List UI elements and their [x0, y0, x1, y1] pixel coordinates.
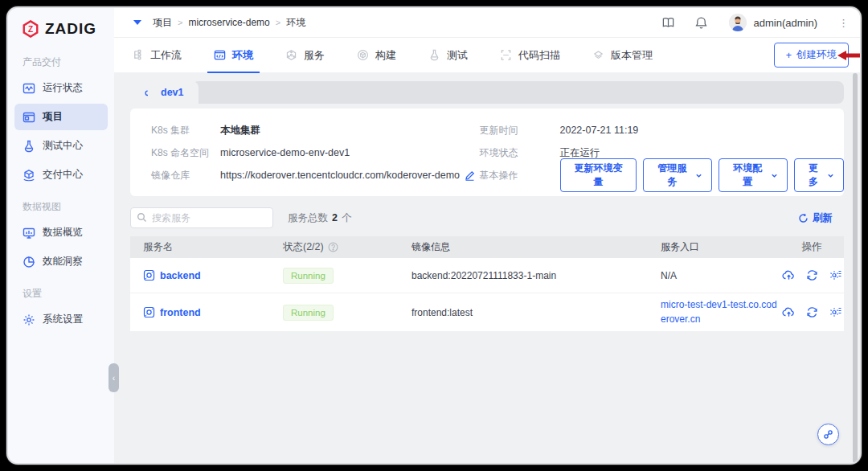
env-tabs-empty-strip: [192, 81, 845, 104]
sidebar-item-data-overview[interactable]: 数据概览: [14, 219, 108, 246]
sidebar-item-label: 运行状态: [43, 81, 83, 95]
vertical-scrollbar[interactable]: [853, 73, 858, 463]
image-info: frontend:latest: [411, 307, 661, 318]
avatar-image: [729, 14, 747, 31]
sidebar-item-system-settings[interactable]: 系统设置: [14, 306, 108, 333]
plus-icon: +: [786, 50, 792, 61]
sidebar: Z ZADIG 产品交付 运行状态 项目 测试中心: [8, 8, 114, 463]
tab-label: 构建: [375, 48, 396, 63]
sidebar-item-label: 项目: [43, 110, 63, 124]
service-count: 2: [332, 212, 338, 223]
status-badge: Running: [283, 305, 334, 321]
build-cube-icon: [357, 49, 369, 61]
brand-logo[interactable]: Z ZADIG: [8, 8, 114, 46]
service-link-backend[interactable]: backend: [143, 269, 283, 281]
run-status-icon: [23, 82, 35, 95]
share-link-floating-button[interactable]: [817, 424, 839, 445]
tab-services[interactable]: 服务: [285, 38, 325, 73]
env-tab-label: dev1: [161, 87, 184, 98]
status-label: 环境状态: [480, 146, 560, 160]
environment-tabs: dev1: [130, 81, 844, 104]
tab-label: 代码扫描: [518, 48, 560, 63]
status-badge: Running: [283, 268, 334, 284]
flask-icon: [23, 140, 35, 153]
tab-workflows[interactable]: 工作流: [132, 38, 182, 73]
tab-code-scan[interactable]: 代码扫描: [500, 38, 560, 73]
tab-environments[interactable]: 环境: [214, 38, 253, 73]
user-avatar[interactable]: [729, 14, 747, 31]
tab-builds[interactable]: 构建: [357, 38, 396, 73]
tab-tests[interactable]: 测试: [428, 38, 468, 73]
project-switcher-caret-icon[interactable]: [133, 20, 141, 25]
basic-ops-label: 基本操作: [480, 169, 560, 182]
env-config-dropdown[interactable]: 环境配置: [719, 158, 788, 192]
env-status-value: 正在运行: [560, 146, 600, 160]
project-tab-bar: 工作流 环境 服务 构建: [114, 37, 860, 72]
help-question-icon[interactable]: [328, 242, 338, 252]
services-icon: [285, 49, 297, 61]
sidebar-collapse-handle[interactable]: ‹: [108, 363, 119, 392]
env-tab-dev1[interactable]: dev1: [130, 81, 199, 104]
app-window: Z ZADIG 产品交付 运行状态 项目 测试中心: [6, 6, 862, 465]
tab-releases[interactable]: 版本管理: [592, 38, 653, 73]
service-link-frontend[interactable]: frontend: [143, 306, 283, 318]
service-toolbar: 服务总数 2 个 刷新: [130, 207, 844, 228]
sidebar-item-test-center[interactable]: 测试中心: [14, 133, 108, 159]
namespace-label: K8s 命名空间: [130, 146, 220, 160]
main-area: 项目 > microservice-demo > 环境 ad: [114, 8, 860, 463]
ingress-link[interactable]: micro-test-dev1-test.co.coderover.cn: [661, 299, 777, 324]
update-service-cloud-icon[interactable]: [782, 305, 796, 319]
update-service-cloud-icon[interactable]: [782, 268, 796, 282]
sidebar-section-data: 数据视图: [8, 190, 114, 217]
version-diamond-icon: [592, 49, 604, 61]
namespace-value: microservice-demo-env-dev1: [220, 147, 350, 158]
pie-chart-icon: [23, 256, 35, 268]
sidebar-item-run-status[interactable]: 运行状态: [14, 75, 108, 101]
cloud-icon: [145, 87, 156, 98]
sidebar-section-settings: 设置: [8, 277, 114, 304]
edit-pencil-icon[interactable]: [465, 170, 475, 181]
more-menu-kebab-icon[interactable]: ⋮: [838, 17, 849, 29]
sidebar-item-label: 效能洞察: [43, 255, 83, 268]
monitor-chart-icon: [23, 227, 35, 240]
sidebar-item-label: 系统设置: [43, 313, 83, 326]
chevron-down-icon: [695, 172, 702, 179]
notification-bell-icon[interactable]: [694, 16, 708, 30]
sidebar-item-label: 测试中心: [43, 139, 83, 153]
annotation-red-arrow-icon: [837, 50, 862, 61]
update-env-vars-button[interactable]: 更新环境变量: [560, 158, 637, 192]
table-header-row: 服务名 状态(2/2) 镜像信息 服务入口 操作: [130, 236, 844, 258]
manage-services-dropdown[interactable]: 管理服务: [643, 158, 712, 192]
search-input[interactable]: [130, 207, 273, 228]
refresh-icon: [798, 213, 809, 223]
service-icon: [143, 306, 155, 318]
restart-service-icon[interactable]: [805, 268, 819, 282]
restart-service-icon[interactable]: [805, 305, 819, 319]
gear-icon: [23, 313, 35, 326]
test-flask-icon: [428, 49, 440, 61]
more-dropdown[interactable]: 更多: [794, 158, 844, 192]
sidebar-item-insight[interactable]: 效能洞察: [14, 248, 108, 275]
chevron-down-icon: [771, 172, 778, 179]
service-config-icon[interactable]: [829, 305, 842, 319]
sidebar-section-delivery: 产品交付: [8, 46, 114, 72]
service-table: 服务名 状态(2/2) 镜像信息 服务入口 操作: [130, 236, 844, 332]
col-ingress: 服务入口: [661, 240, 780, 254]
tab-label: 服务: [304, 48, 325, 63]
link-icon: [823, 429, 833, 440]
breadcrumb-projects[interactable]: 项目: [153, 16, 172, 30]
cluster-value: 本地集群: [220, 124, 260, 137]
breadcrumb-bar: 项目 > microservice-demo > 环境 ad: [114, 8, 860, 37]
breadcrumb-project-name[interactable]: microservice-demo: [188, 17, 269, 28]
sidebar-item-projects[interactable]: 项目: [14, 104, 108, 130]
refresh-button[interactable]: 刷新: [798, 211, 833, 225]
col-service-name: 服务名: [130, 240, 283, 254]
svg-text:Z: Z: [28, 25, 33, 34]
sidebar-item-delivery-center[interactable]: 交付中心: [14, 162, 108, 188]
service-config-icon[interactable]: [829, 268, 842, 282]
tab-label: 环境: [232, 48, 253, 63]
docs-book-icon[interactable]: [661, 16, 675, 30]
tab-label: 测试: [447, 48, 468, 63]
tab-label: 版本管理: [611, 48, 653, 63]
user-name[interactable]: admin(admin): [754, 17, 817, 29]
